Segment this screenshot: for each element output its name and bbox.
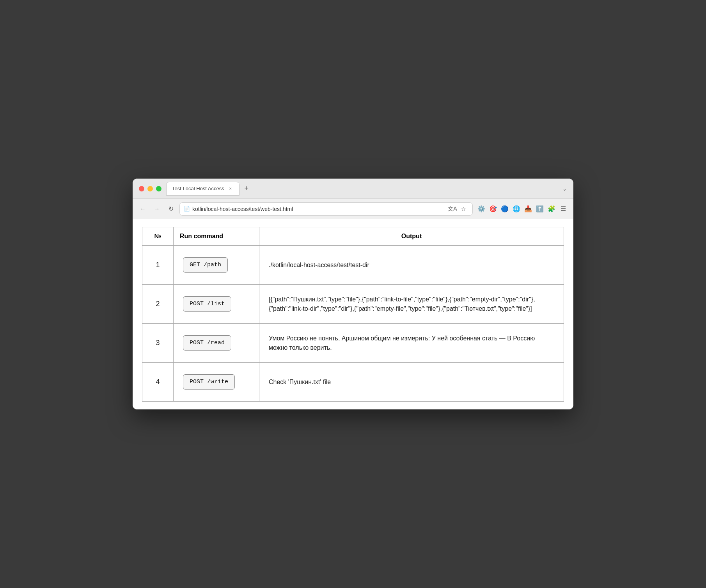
row-command-cell: POST /write — [174, 363, 259, 402]
cmd-button-2[interactable]: POST /list — [183, 296, 231, 312]
row-number: 1 — [142, 246, 174, 285]
page-content: № Run command Output 1GET /path./kotlin/… — [133, 219, 573, 409]
table-row: 1GET /path./kotlin/local-host-access/tes… — [142, 246, 564, 285]
tab-title: Test Local Host Access — [172, 186, 224, 191]
traffic-lights — [139, 186, 161, 191]
row-output-cell: Check 'Пушкин.txt' file — [259, 363, 564, 402]
row-output-cell: ./kotlin/local-host-access/test/test-dir — [259, 246, 564, 285]
cmd-button-3[interactable]: POST /read — [183, 335, 231, 351]
page-icon: 📄 — [184, 206, 190, 212]
close-button[interactable] — [139, 186, 144, 191]
test-table: № Run command Output 1GET /path./kotlin/… — [142, 227, 564, 402]
table-row: 4POST /writeCheck 'Пушкин.txt' file — [142, 363, 564, 402]
col-header-cmd: Run command — [174, 227, 259, 246]
extension2-icon[interactable]: 🎯 — [488, 204, 498, 214]
toolbar-icons: ⚙️ 🎯 🔵 🌐 📥 ⬆️ 🧩 ☰ — [476, 204, 569, 214]
col-header-num: № — [142, 227, 174, 246]
tab-bar: Test Local Host Access × + ⌄ — [166, 182, 567, 196]
extension3-icon[interactable]: 🔵 — [499, 204, 510, 214]
reload-button[interactable]: ↻ — [165, 204, 176, 214]
tab-close-button[interactable]: × — [227, 186, 234, 192]
address-action-icons: 文A ☆ — [447, 204, 468, 214]
row-command-cell: POST /list — [174, 285, 259, 324]
address-text: kotlin/local-host-access/test/web-test.h… — [192, 206, 445, 212]
row-command-cell: GET /path — [174, 246, 259, 285]
active-tab[interactable]: Test Local Host Access × — [166, 182, 239, 196]
new-tab-button[interactable]: + — [241, 183, 252, 194]
extension1-icon[interactable]: ⚙️ — [476, 204, 487, 214]
row-output-cell: Умом Россию не понять, Аршином общим не … — [259, 324, 564, 363]
browser-window: Test Local Host Access × + ⌄ ← → ↻ 📄 kot… — [133, 179, 573, 409]
col-header-output: Output — [259, 227, 564, 246]
translate-icon[interactable]: 文A — [447, 204, 458, 214]
maximize-button[interactable] — [156, 186, 161, 191]
row-number: 4 — [142, 363, 174, 402]
bookmark-icon[interactable]: ☆ — [458, 204, 468, 214]
extension5-icon[interactable]: 📥 — [523, 204, 534, 214]
extension6-icon[interactable]: ⬆️ — [534, 204, 545, 214]
tab-list-chevron[interactable]: ⌄ — [562, 186, 567, 192]
cmd-button-4[interactable]: POST /write — [183, 374, 235, 390]
table-row: 2POST /list[{"path":"Пушкин.txt","type":… — [142, 285, 564, 324]
extension4-icon[interactable]: 🌐 — [511, 204, 522, 214]
titlebar: Test Local Host Access × + ⌄ — [133, 179, 573, 199]
row-number: 3 — [142, 324, 174, 363]
menu-icon[interactable]: ☰ — [558, 204, 569, 214]
extensions-icon[interactable]: 🧩 — [546, 204, 557, 214]
cmd-button-1[interactable]: GET /path — [183, 257, 228, 273]
table-row: 3POST /readУмом Россию не понять, Аршино… — [142, 324, 564, 363]
back-button[interactable]: ← — [137, 204, 148, 214]
row-number: 2 — [142, 285, 174, 324]
row-output-cell: [{"path":"Пушкин.txt","type":"file"},{"p… — [259, 285, 564, 324]
forward-button[interactable]: → — [151, 204, 162, 214]
address-bar: ← → ↻ 📄 kotlin/local-host-access/test/we… — [133, 199, 573, 219]
row-command-cell: POST /read — [174, 324, 259, 363]
address-box[interactable]: 📄 kotlin/local-host-access/test/web-test… — [179, 202, 473, 216]
minimize-button[interactable] — [147, 186, 153, 191]
